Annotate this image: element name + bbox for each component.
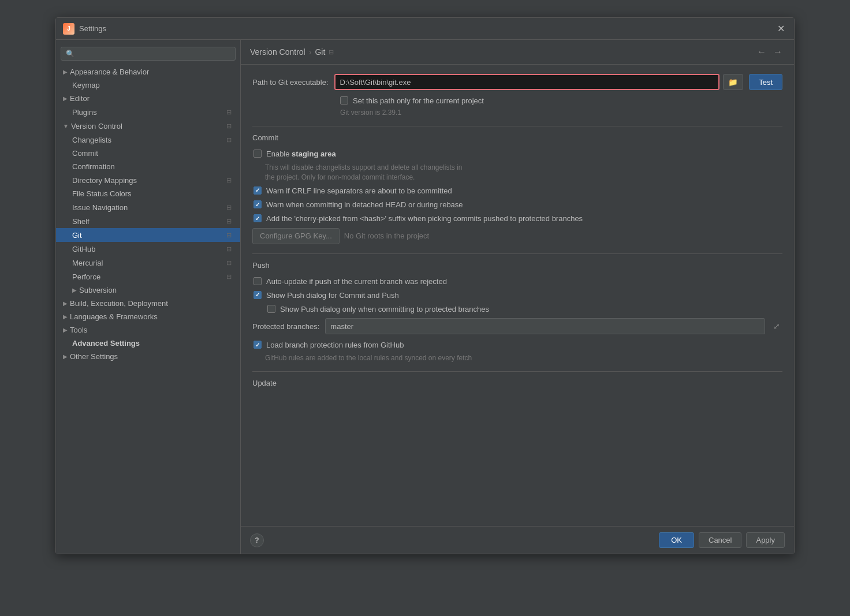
sidebar-item-version-control[interactable]: ▼ Version Control ⊟ <box>56 119 240 133</box>
sidebar-item-tools[interactable]: ▶ Tools <box>56 323 240 337</box>
window-title: Settings <box>79 24 106 33</box>
warn-detached-checkbox[interactable] <box>253 200 262 208</box>
test-button[interactable]: Test <box>749 74 782 90</box>
expand-protected-button[interactable]: ⤢ <box>771 322 782 331</box>
title-bar-left: J Settings <box>63 23 106 35</box>
show-push-dialog-checkbox[interactable] <box>253 291 262 299</box>
auto-update-checkbox[interactable] <box>253 277 262 285</box>
protected-branches-row: Protected branches: ⤢ <box>252 318 782 334</box>
settings-icon: ⊟ <box>224 203 233 212</box>
protected-branches-label: Protected branches: <box>252 322 319 331</box>
back-button[interactable]: ← <box>755 46 769 58</box>
settings-icon: ⊟ <box>224 244 233 253</box>
sidebar-item-commit[interactable]: Commit <box>56 147 240 160</box>
collapse-arrow: ▶ <box>72 287 77 293</box>
settings-icon: ⊟ <box>224 107 233 117</box>
load-branch-row: Load branch protection rules from GitHub <box>252 340 782 350</box>
collapse-arrow: ▶ <box>63 95 68 102</box>
push-section-title: Push <box>252 261 782 270</box>
git-version-text: Git version is 2.39.1 <box>252 109 782 117</box>
close-button[interactable]: ✕ <box>775 22 787 35</box>
sidebar-item-plugins[interactable]: Plugins ⊟ <box>56 105 240 119</box>
load-branch-checkbox[interactable] <box>253 341 262 349</box>
update-divider <box>252 371 782 372</box>
ok-button[interactable]: OK <box>659 532 694 548</box>
sidebar-item-appearance[interactable]: ▶ Appearance & Behavior <box>56 65 240 79</box>
main-content: Version Control › Git ⊟ ← → Path to Git … <box>241 40 794 554</box>
main-body: Path to Git executable: 📁 Test Set this … <box>241 65 794 526</box>
cherry-pick-checkbox[interactable] <box>253 214 262 222</box>
sidebar-item-label: Appearance & Behavior <box>70 68 149 76</box>
sidebar-item-label: Keymap <box>63 81 100 89</box>
content-area: 🔍 ▶ Appearance & Behavior Keymap ▶ Edito… <box>56 40 794 554</box>
settings-icon: ⊟ <box>224 121 233 130</box>
breadcrumb-current: Git <box>315 47 325 57</box>
folder-button[interactable]: 📁 <box>723 74 743 90</box>
sidebar-item-perforce[interactable]: Perforce ⊟ <box>56 270 240 283</box>
breadcrumb-parent: Version Control <box>250 47 305 57</box>
show-push-protected-checkbox[interactable] <box>267 305 275 313</box>
sidebar-item-editor[interactable]: ▶ Editor <box>56 92 240 105</box>
sidebar-item-advanced-settings[interactable]: Advanced Settings <box>56 337 240 350</box>
warn-crlf-checkbox[interactable] <box>253 186 262 195</box>
collapse-arrow: ▶ <box>63 313 68 320</box>
breadcrumb-icon: ⊟ <box>329 48 334 56</box>
sidebar-item-file-status-colors[interactable]: File Status Colors <box>56 187 240 200</box>
sidebar-item-changelists[interactable]: Changelists ⊟ <box>56 133 240 147</box>
sidebar-item-label: File Status Colors <box>72 189 132 198</box>
no-git-roots-text: No Git roots in the project <box>344 232 429 240</box>
expand-arrow: ▼ <box>63 123 69 129</box>
github-rules-hint: GitHub rules are added to the local rule… <box>265 354 782 362</box>
sidebar-item-confirmation[interactable]: Confirmation <box>56 160 240 173</box>
show-push-protected-row: Show Push dialog only when committing to… <box>252 304 782 315</box>
sidebar-item-git[interactable]: Git ⊟ <box>56 228 240 242</box>
sidebar-item-issue-navigation[interactable]: Issue Navigation ⊟ <box>56 200 240 214</box>
configure-gpg-button[interactable]: Configure GPG Key... <box>252 228 340 244</box>
sidebar-item-label: Directory Mappings <box>72 176 137 185</box>
sidebar-item-shelf[interactable]: Shelf ⊟ <box>56 214 240 228</box>
gpg-button-row: Configure GPG Key... No Git roots in the… <box>252 228 782 244</box>
bottom-bar: ? OK Cancel Apply <box>241 526 794 554</box>
sidebar-item-other-settings[interactable]: ▶ Other Settings <box>56 350 240 363</box>
sidebar-item-label: Tools <box>70 326 87 334</box>
auto-update-row: Auto-update if push of the current branc… <box>252 277 782 287</box>
search-input[interactable] <box>78 50 230 58</box>
sidebar-item-mercurial[interactable]: Mercurial ⊟ <box>56 256 240 270</box>
path-input-wrapper: 📁 <box>334 74 744 90</box>
sidebar-item-build[interactable]: ▶ Build, Execution, Deployment <box>56 297 240 310</box>
warn-detached-row: Warn when committing in detached HEAD or… <box>252 200 782 210</box>
git-path-row: Path to Git executable: 📁 Test <box>252 74 782 90</box>
apply-button[interactable]: Apply <box>746 532 785 548</box>
set-path-checkbox[interactable] <box>340 96 348 104</box>
enable-staging-row: Enable staging area <box>252 149 782 159</box>
sidebar-item-label: Other Settings <box>70 352 118 361</box>
search-box[interactable]: 🔍 <box>61 47 236 61</box>
help-button[interactable]: ? <box>250 533 264 547</box>
sidebar-item-languages[interactable]: ▶ Languages & Frameworks <box>56 310 240 323</box>
cherry-pick-row: Add the 'cherry-picked from <hash>' suff… <box>252 214 782 224</box>
sidebar-item-github[interactable]: GitHub ⊟ <box>56 242 240 256</box>
sidebar-item-subversion[interactable]: ▶ Subversion <box>56 283 240 297</box>
sidebar-item-label: Version Control <box>71 122 122 130</box>
collapse-arrow: ▶ <box>63 300 68 307</box>
breadcrumb: Version Control › Git ⊟ <box>250 47 334 57</box>
git-path-input[interactable] <box>334 74 720 90</box>
sidebar-item-keymap[interactable]: Keymap <box>56 79 240 92</box>
warn-crlf-label: Warn if CRLF line separators are about t… <box>266 186 452 196</box>
sidebar-item-label: Commit <box>72 149 98 158</box>
sidebar-item-directory-mappings[interactable]: Directory Mappings ⊟ <box>56 173 240 187</box>
cancel-button[interactable]: Cancel <box>699 532 741 548</box>
settings-icon: ⊟ <box>224 135 233 144</box>
commit-divider <box>252 126 782 126</box>
app-icon: J <box>63 23 74 35</box>
sidebar-item-label: GitHub <box>72 245 95 253</box>
protected-branches-input[interactable] <box>325 318 765 334</box>
settings-icon: ⊟ <box>224 230 233 240</box>
sidebar-item-label: Perforce <box>72 272 100 281</box>
enable-staging-checkbox[interactable] <box>253 150 262 158</box>
settings-icon: ⊟ <box>224 176 233 185</box>
forward-button[interactable]: → <box>771 46 785 58</box>
breadcrumb-separator: › <box>309 47 312 57</box>
collapse-arrow: ▶ <box>63 353 68 360</box>
search-icon: 🔍 <box>66 50 74 58</box>
